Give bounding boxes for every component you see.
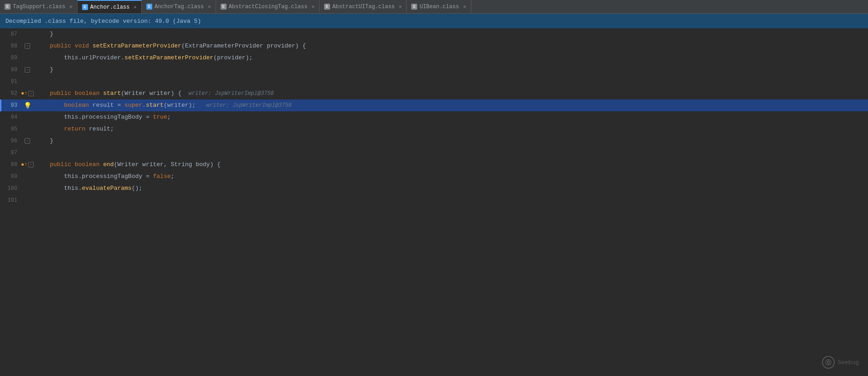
tab-label-uibean: UIBean.class xyxy=(419,4,459,10)
tab-close-abstract-closing[interactable]: ✕ xyxy=(311,4,315,10)
line-num-93: 93 xyxy=(0,99,21,111)
fold-icon-92[interactable]: - xyxy=(28,91,34,96)
gutter-98: ●↑ - xyxy=(21,159,34,171)
tab-close-anchor[interactable]: ✕ xyxy=(134,4,137,10)
line-num-94: 94 xyxy=(0,111,21,123)
fold-icon-98[interactable]: - xyxy=(28,162,34,167)
seebug-label: Seebug xyxy=(837,359,859,366)
line-num-100: 100 xyxy=(0,183,21,194)
tab-icon-abstract-ui: C xyxy=(324,4,330,10)
tab-tag-support[interactable]: C TagSupport.class ✕ xyxy=(0,0,78,13)
tab-icon-abstract-closing: C xyxy=(221,4,227,10)
tab-label-anchor-tag: AnchorTag.class xyxy=(155,4,204,10)
line-content-98: public boolean end(Writer writer, String… xyxy=(34,159,868,171)
line-num-92: 92 xyxy=(0,88,21,99)
code-line-90: 90 - } xyxy=(0,64,868,76)
gutter-90: - xyxy=(21,64,34,76)
code-line-97: 97 xyxy=(0,147,868,159)
code-line-96: 96 - } xyxy=(0,135,868,147)
line-content-91 xyxy=(34,76,868,88)
gutter-93: 💡 xyxy=(21,99,34,111)
tab-close-uibean[interactable]: ✕ xyxy=(463,4,466,10)
line-content-92: public boolean start(Writer writer) { wr… xyxy=(34,88,868,99)
tab-close-tag-support[interactable]: ✕ xyxy=(69,4,72,10)
line-num-98: 98 xyxy=(0,159,21,171)
svg-point-1 xyxy=(827,361,830,364)
line-num-97: 97 xyxy=(0,147,21,159)
line-content-99: this.processingTagBody = false; xyxy=(34,171,868,183)
line-content-88: public void setExtraParameterProvider(Ex… xyxy=(34,40,868,52)
debug-icon-92[interactable]: ●↑ xyxy=(21,90,27,97)
line-content-97 xyxy=(34,147,868,159)
current-line-indicator xyxy=(0,99,1,111)
line-content-96: } xyxy=(34,135,868,147)
tab-anchor-tag[interactable]: C AnchorTag.class ✕ xyxy=(142,0,216,13)
tab-abstract-ui[interactable]: C AbstractUITag.class ✕ xyxy=(320,0,407,13)
line-num-88: 88 xyxy=(0,40,21,52)
line-content-87: } xyxy=(34,28,868,40)
line-num-101: 101 xyxy=(0,194,21,206)
fold-icon-88[interactable]: - xyxy=(25,43,30,49)
line-num-89: 89 xyxy=(0,52,21,64)
code-line-95: 95 return result; xyxy=(0,123,868,135)
lightbulb-icon-93[interactable]: 💡 xyxy=(24,102,31,110)
code-line-87: 87 } xyxy=(0,28,868,40)
line-content-94: this.processingTagBody = true; xyxy=(34,111,868,123)
tab-label-abstract-closing: AbstractClosingTag.class xyxy=(229,4,308,10)
gutter-94 xyxy=(21,111,34,123)
gutter-91 xyxy=(21,76,34,88)
tab-icon-anchor-tag: C xyxy=(146,4,152,10)
gutter-87 xyxy=(21,28,34,40)
fold-icon-90[interactable]: - xyxy=(25,67,30,73)
line-content-101 xyxy=(34,194,868,206)
seebug-icon xyxy=(822,356,835,369)
gutter-88: - xyxy=(21,40,34,52)
gutter-100 xyxy=(21,183,34,194)
code-line-100: 100 this.evaluateParams(); xyxy=(0,183,868,194)
line-num-95: 95 xyxy=(0,123,21,135)
gutter-101 xyxy=(21,194,34,206)
code-line-98: 98 ●↑ - public boolean end(Writer writer… xyxy=(0,159,868,171)
gutter-96: - xyxy=(21,135,34,147)
tab-icon-anchor: C xyxy=(82,4,88,10)
line-content-89: this.urlProvider.setExtraParameterProvid… xyxy=(34,52,868,64)
line-num-96: 96 xyxy=(0,135,21,147)
gutter-97 xyxy=(21,147,34,159)
line-content-100: this.evaluateParams(); xyxy=(34,183,868,194)
gutter-95 xyxy=(21,123,34,135)
code-line-91: 91 xyxy=(0,76,868,88)
tab-close-anchor-tag[interactable]: ✕ xyxy=(208,4,211,10)
line-content-93: boolean result = super.start(writer); wr… xyxy=(34,99,868,111)
tab-label-abstract-ui: AbstractUITag.class xyxy=(332,4,395,10)
code-editor[interactable]: 87 } 88 - public void setExtraParameterP… xyxy=(0,28,868,376)
line-content-90: } xyxy=(34,64,868,76)
code-line-92: 92 ●↑ - public boolean start(Writer writ… xyxy=(0,88,868,99)
gutter-99 xyxy=(21,171,34,183)
seebug-watermark: Seebug xyxy=(822,356,859,369)
tab-close-abstract-ui[interactable]: ✕ xyxy=(399,4,402,10)
tab-label-tag-support: TagSupport.class xyxy=(13,4,65,10)
decompiled-notice: Decompiled .class file, bytecode version… xyxy=(0,14,868,28)
code-lines: 87 } 88 - public void setExtraParameterP… xyxy=(0,28,868,376)
tab-bar: C TagSupport.class ✕ C Anchor.class ✕ C … xyxy=(0,0,868,14)
tab-label-anchor: Anchor.class xyxy=(90,4,129,10)
code-line-101: 101 xyxy=(0,194,868,206)
line-num-99: 99 xyxy=(0,171,21,183)
code-line-88: 88 - public void setExtraParameterProvid… xyxy=(0,40,868,52)
tab-anchor[interactable]: C Anchor.class ✕ xyxy=(78,0,142,13)
line-num-87: 87 xyxy=(0,28,21,40)
line-num-90: 90 xyxy=(0,64,21,76)
code-line-93: 93 💡 boolean result = super.start(writer… xyxy=(0,99,868,111)
tab-abstract-closing[interactable]: C AbstractClosingTag.class ✕ xyxy=(216,0,320,13)
code-line-89: 89 this.urlProvider.setExtraParameterPro… xyxy=(0,52,868,64)
code-line-94: 94 this.processingTagBody = true; xyxy=(0,111,868,123)
tab-icon-tag-support: C xyxy=(5,4,10,10)
debug-icon-98[interactable]: ●↑ xyxy=(21,162,27,168)
gutter-92: ●↑ - xyxy=(21,88,34,99)
notice-text: Decompiled .class file, bytecode version… xyxy=(5,18,201,25)
line-content-95: return result; xyxy=(34,123,868,135)
line-num-91: 91 xyxy=(0,76,21,88)
fold-icon-96[interactable]: - xyxy=(25,138,30,144)
gutter-89 xyxy=(21,52,34,64)
tab-uibean[interactable]: C UIBean.class ✕ xyxy=(407,0,471,13)
